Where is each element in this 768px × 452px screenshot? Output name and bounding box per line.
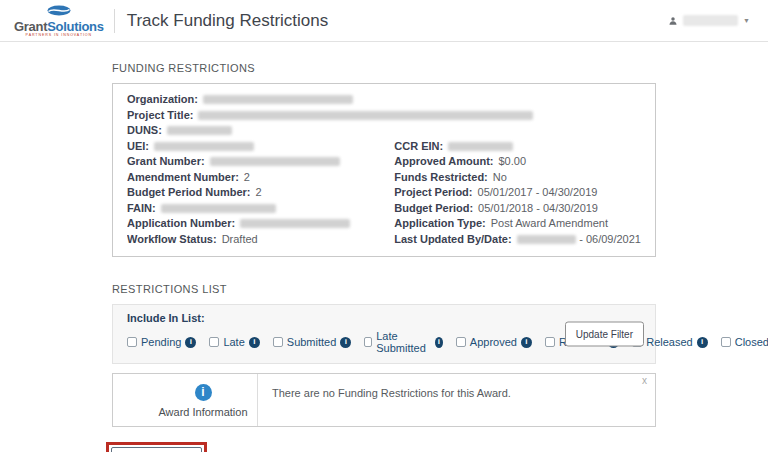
detail-field: Budget Period:05/01/2018 - 04/30/2019 [394,201,641,217]
redacted-value [203,95,353,104]
no-restrictions-message: There are no Funding Restrictions for th… [258,374,525,426]
field-label: Grant Number: [127,154,205,170]
page-title: Track Funding Restrictions [127,11,329,31]
detail-field: Application Type:Post Award Amendment [394,216,641,232]
info-icon[interactable]: i [185,337,196,348]
logo-swoosh-icon [47,3,71,19]
filter-checkbox[interactable] [545,337,555,347]
field-value: $0.00 [498,154,526,170]
field-value: No [493,170,507,186]
detail-field: Last Updated By/Date: - 06/09/2021 [394,232,641,248]
filter-checkbox[interactable] [273,337,283,347]
field-value: Post Award Amendment [491,216,608,232]
field-label: Amendment Number: [127,170,239,186]
filter-checkbox[interactable] [127,337,137,347]
field-label: Budget Period: [394,201,473,217]
filter-option-late[interactable]: Latei [209,336,259,348]
filter-label: Released [646,336,692,348]
field-value: 05/01/2018 - 04/30/2019 [478,201,598,217]
filter-panel: Include In List: PendingiLateiSubmittedi… [112,304,656,364]
field-value: 2 [244,170,250,186]
filter-checkbox[interactable] [456,337,466,347]
logo-wordmark: GrantSolutions [14,20,104,33]
redacted-value [198,111,533,120]
detail-field: Workflow Status:Drafted [127,232,394,248]
field-label: DUNS: [127,123,162,139]
field-label: Budget Period Number: [127,185,250,201]
detail-field: UEI: [127,139,394,155]
main-content: FUNDING RESTRICTIONS Organization:Projec… [112,42,656,452]
filter-label: Late [223,336,244,348]
detail-row: Amendment Number:2Funds Restricted:No [127,170,641,186]
info-icon[interactable]: i [521,337,532,348]
logo-tagline: PARTNERS IN INNOVATION [26,34,92,38]
redacted-value [161,204,276,213]
detail-row: Application Number:Application Type:Post… [127,216,641,232]
field-label: Workflow Status: [127,232,217,248]
field-label: Funds Restricted: [394,170,488,186]
detail-field: Project Title: [127,108,641,124]
filter-checkbox[interactable] [209,337,219,347]
filter-checkbox[interactable] [721,337,731,347]
username-redacted [683,15,738,26]
award-details-panel: Organization:Project Title:DUNS:UEI:CCR … [112,83,656,257]
detail-field: CCR EIN: [394,139,641,155]
add-restriction-button[interactable]: Add Restriction [111,447,202,452]
redacted-value [517,235,577,244]
detail-row: Budget Period Number:2Project Period:05/… [127,185,641,201]
field-label: FAIN: [127,201,156,217]
app-header: GrantSolutions PARTNERS IN INNOVATION Tr… [0,0,768,42]
field-value: 2 [255,185,261,201]
close-icon[interactable]: x [642,376,647,386]
filter-label: Closed [735,336,768,348]
detail-row: Workflow Status:DraftedLast Updated By/D… [127,232,641,248]
grantsolutions-logo[interactable]: GrantSolutions PARTNERS IN INNOVATION [14,3,104,38]
filter-label: Pending [141,336,181,348]
red-highlight-annotation: Add Restriction [106,442,207,452]
detail-row: FAIN:Budget Period:05/01/2018 - 04/30/20… [127,201,641,217]
info-icon[interactable]: i [249,337,260,348]
field-label: Application Number: [127,216,235,232]
detail-field: Approved Amount:$0.00 [394,154,641,170]
filter-label: Approved [470,336,517,348]
award-information-label: Award Information [158,406,247,418]
detail-field: Organization: [127,92,641,108]
detail-field: Amendment Number:2 [127,170,394,186]
restrictions-list-heading: RESTRICTIONS LIST [112,283,656,295]
info-icon[interactable]: i [340,337,351,348]
redacted-value [154,142,254,151]
redacted-value [167,126,232,135]
detail-row: Organization: [127,92,641,108]
filter-option-closed[interactable]: Closedi [721,336,768,348]
info-icon[interactable]: i [435,337,443,348]
filter-option-late-submitted[interactable]: Late Submittedi [364,330,443,354]
filter-option-submitted[interactable]: Submittedi [273,336,352,348]
detail-field: Funds Restricted:No [394,170,641,186]
field-label: UEI: [127,139,149,155]
field-label: Project Period: [394,185,472,201]
filter-label: Late Submitted [376,330,431,354]
detail-row: UEI:CCR EIN: [127,139,641,155]
filter-label: Submitted [287,336,337,348]
detail-field: DUNS: [127,123,641,139]
detail-row: Project Title: [127,108,641,124]
update-filter-button[interactable]: Update Filter [565,322,644,347]
field-label: Approved Amount: [394,154,493,170]
funding-restrictions-heading: FUNDING RESTRICTIONS [112,62,656,74]
filter-option-approved[interactable]: Approvedi [456,336,532,348]
detail-field: Budget Period Number:2 [127,185,394,201]
filter-option-pending[interactable]: Pendingi [127,336,196,348]
info-icon[interactable]: i [697,337,708,348]
detail-row: DUNS: [127,123,641,139]
detail-field: Project Period:05/01/2017 - 04/30/2019 [394,185,641,201]
detail-field: Grant Number: [127,154,394,170]
field-label: CCR EIN: [394,139,443,155]
detail-field: FAIN: [127,201,394,217]
field-value: - 06/09/2021 [576,232,641,248]
include-in-list-label: Include In List: [127,312,641,324]
user-menu[interactable]: ▼ [664,9,754,33]
user-icon [668,12,678,30]
award-information-alert: x i Award Information There are no Fundi… [112,373,656,427]
chevron-down-icon: ▼ [743,17,750,24]
filter-checkbox[interactable] [364,337,372,347]
